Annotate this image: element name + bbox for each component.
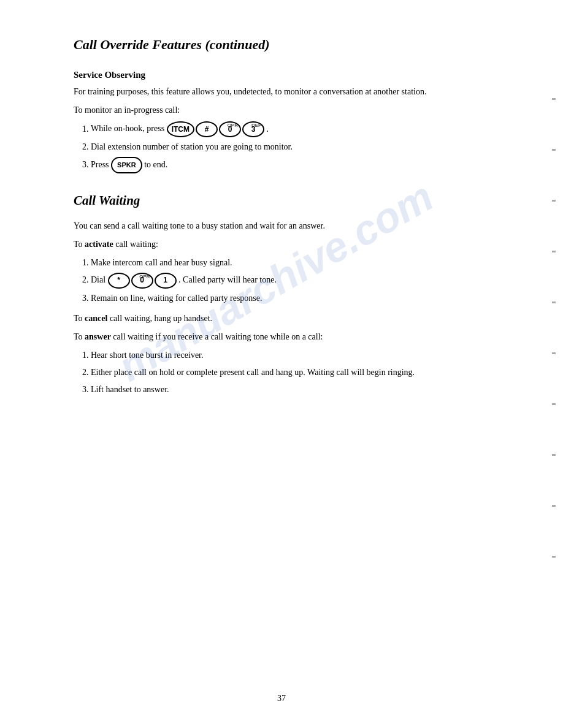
page: manuarchive.com Call Override Features (…: [0, 0, 563, 728]
key-0opr-2: 0OPR: [131, 273, 153, 289]
call-waiting-heading: Call Waiting: [74, 193, 502, 208]
key-1: 1: [155, 273, 177, 289]
page-number: 37: [277, 694, 286, 703]
key-group-itcm-hash-0-3: ITCM # 0OPR 3DEF: [167, 121, 264, 137]
answer-step3: Lift handset to answer.: [91, 382, 502, 397]
service-observing-step2: Dial extension number of station you are…: [91, 140, 502, 154]
key-spkr: SPKR: [111, 157, 142, 173]
service-observing-step3: Press SPKR to end.: [91, 157, 502, 173]
key-itcm: ITCM: [167, 121, 194, 137]
answer-step2: Either place call on hold or complete pr…: [91, 365, 502, 380]
page-title: Call Override Features (continued): [74, 37, 502, 53]
key-3def: 3DEF: [242, 121, 264, 137]
service-observing-section: Service Observing For training purposes,…: [74, 70, 502, 173]
activate-steps: Make intercom call and hear busy signal.…: [91, 256, 502, 306]
service-observing-para2: To monitor an in-progress call:: [74, 104, 502, 117]
answer-text: To answer call waiting if you receive a …: [74, 330, 502, 344]
activate-step2: Dial * 0OPR 1 . Called party will hear t…: [91, 273, 502, 289]
service-observing-para1: For training purposes, this feature allo…: [74, 85, 502, 99]
service-observing-step1: While on-hook, press ITCM # 0OPR 3DEF: [91, 121, 502, 137]
key-group-star-0-1: * 0OPR 1: [108, 273, 177, 289]
service-observing-heading: Service Observing: [74, 70, 502, 80]
key-star: *: [108, 273, 130, 289]
activate-step3: Remain on line, waiting for called party…: [91, 291, 502, 306]
call-waiting-section: Call Waiting You can send a call waiting…: [74, 193, 502, 397]
activate-step1: Make intercom call and hear busy signal.: [91, 256, 502, 270]
activate-intro: To activate call waiting:: [74, 238, 502, 251]
key-0opr: 0OPR: [219, 121, 241, 137]
service-observing-steps: While on-hook, press ITCM # 0OPR 3DEF: [91, 121, 502, 173]
key-group-spkr: SPKR: [111, 157, 142, 173]
call-waiting-para1: You can send a call waiting tone to a bu…: [74, 219, 502, 233]
margin-marks: [552, 98, 556, 558]
key-hash: #: [196, 121, 218, 137]
answer-step1: Hear short tone burst in receiver.: [91, 348, 502, 363]
answer-steps: Hear short tone burst in receiver. Eithe…: [91, 348, 502, 396]
cancel-text: To cancel call waiting, hang up handset.: [74, 312, 502, 325]
